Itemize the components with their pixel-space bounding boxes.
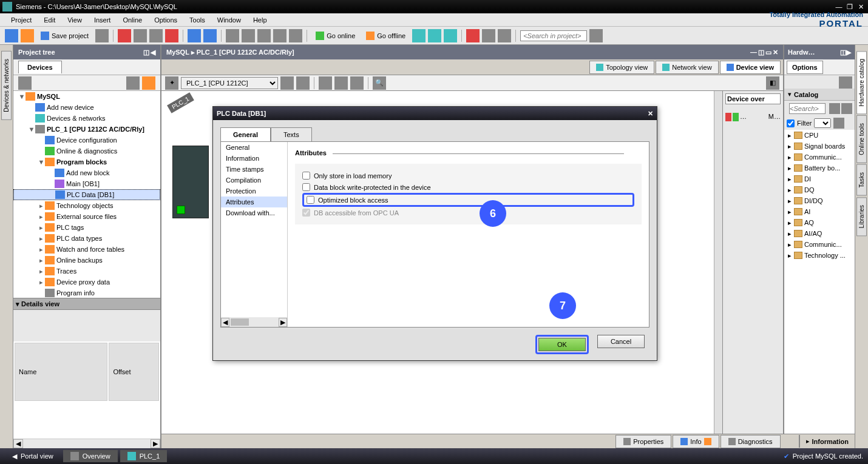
nav-item-protection[interactable]: Protection <box>221 186 287 197</box>
max-pane-icon[interactable]: ▭ <box>765 49 771 56</box>
tab-info[interactable]: Info <box>673 435 719 448</box>
cross-ref-icon[interactable] <box>466 29 480 42</box>
checkbox[interactable] <box>307 196 314 204</box>
hmi-sim-icon[interactable] <box>289 29 302 42</box>
undo-icon[interactable] <box>188 29 201 42</box>
min-pane-icon[interactable]: — <box>750 49 757 56</box>
devices-tab[interactable]: Devices <box>18 61 62 73</box>
tree-item[interactable]: ▸Online backups <box>13 255 160 266</box>
tab-topology-view[interactable]: Topology view <box>589 61 654 74</box>
tree-item[interactable]: ▼Program blocks <box>13 156 160 167</box>
tab-network-view[interactable]: Network view <box>656 61 718 74</box>
overview-button[interactable]: Overview <box>63 450 118 462</box>
tree-item[interactable]: Online & diagnostics <box>13 146 160 156</box>
catalog-section[interactable]: ▾ Catalog <box>784 89 855 101</box>
checkbox[interactable] <box>302 183 310 191</box>
checkbox-row[interactable]: Only store in load memory <box>302 170 634 181</box>
close-icon[interactable]: ✕ <box>648 110 653 118</box>
upload-icon[interactable] <box>257 29 271 42</box>
menu-tools[interactable]: Tools <box>183 15 211 25</box>
plc-graphic[interactable] <box>172 146 209 218</box>
split-h-icon[interactable] <box>482 29 495 42</box>
float-icon[interactable]: ◫ <box>840 49 846 56</box>
col-name[interactable]: Name <box>15 343 107 401</box>
plc1-button[interactable]: PLC_1 <box>120 450 168 462</box>
search-up-icon[interactable] <box>841 103 852 114</box>
close-icon[interactable]: ✕ <box>856 2 866 11</box>
start-cpu-icon[interactable] <box>428 29 441 42</box>
nav-item-time-stamps[interactable]: Time stamps <box>221 164 287 175</box>
close-pane-icon[interactable]: ✕ <box>773 49 778 56</box>
vtab-tasks[interactable]: Tasks <box>856 164 867 196</box>
options-tab[interactable]: Options <box>787 61 823 74</box>
nav-scroll-right-icon[interactable]: ▶ <box>279 318 287 327</box>
print-icon[interactable] <box>95 29 109 42</box>
tree-item[interactable]: Add new block <box>13 167 160 178</box>
catalog-btn-icon[interactable] <box>839 76 852 90</box>
zoom-icon[interactable]: 🔍 <box>373 76 386 90</box>
checkbox-row[interactable]: Optimized block access <box>302 193 634 207</box>
open-project-icon[interactable] <box>21 29 34 42</box>
profile-select[interactable] <box>814 118 831 128</box>
tree-item[interactable]: ▸External source files <box>13 211 160 222</box>
filter-checkbox[interactable] <box>787 119 795 127</box>
tree-item[interactable]: ▸PLC tags <box>13 222 160 233</box>
device-select[interactable]: PLC_1 [CPU 1212C] <box>181 77 278 89</box>
catalog-item[interactable]: ▸AI <box>784 206 855 217</box>
catalog-item[interactable]: ▸DI <box>784 173 855 184</box>
dev-btn-3-icon[interactable] <box>319 76 332 90</box>
tree-btn-1-icon[interactable] <box>18 76 32 90</box>
tree-item[interactable]: Add new device <box>13 102 160 113</box>
tree-item[interactable]: ▸Device proxy data <box>13 277 160 287</box>
catalog-search-input[interactable] <box>789 103 826 114</box>
filter-btn-icon[interactable] <box>833 118 844 129</box>
vtab-online-tools[interactable]: Online tools <box>856 115 867 163</box>
catalog-item[interactable]: ▸AQ <box>784 217 855 228</box>
menu-view[interactable]: View <box>61 15 88 25</box>
catalog-item[interactable]: ▸AI/AQ <box>784 228 855 239</box>
cancel-button[interactable]: Cancel <box>597 335 645 348</box>
vtab-libraries[interactable]: Libraries <box>856 197 867 236</box>
simulation-icon[interactable] <box>273 29 287 42</box>
tab-information[interactable]: ▸ Information <box>799 435 855 448</box>
catalog-item[interactable]: ▸CPU <box>784 130 855 141</box>
catalog-item[interactable]: ▸Signal boards <box>784 141 855 152</box>
toggle-pane-icon[interactable]: ◧ <box>766 76 779 90</box>
save-project-button[interactable]: Save project <box>36 30 93 42</box>
download-icon[interactable] <box>242 29 255 42</box>
menu-project[interactable]: Project <box>5 15 38 25</box>
minimize-icon[interactable]: — <box>834 2 844 11</box>
tree-item[interactable]: Devices & networks <box>13 113 160 124</box>
dev-btn-4-icon[interactable] <box>334 76 348 90</box>
scroll-left-icon[interactable]: ◀ <box>13 439 23 448</box>
go-online-button[interactable]: Go online <box>311 30 359 42</box>
float-pane-icon[interactable]: ◫ <box>758 49 764 56</box>
col-offset[interactable]: Offset <box>109 343 159 401</box>
tree-item[interactable]: ▼MySQL <box>13 91 160 102</box>
vtab-devices-networks[interactable]: Devices & networks <box>1 51 12 120</box>
nav-item-general[interactable]: General <box>221 142 287 153</box>
copy-icon[interactable] <box>134 29 147 42</box>
paste-icon[interactable] <box>149 29 163 42</box>
go-offline-button[interactable]: Go offline <box>362 30 410 42</box>
tab-texts[interactable]: Texts <box>271 127 312 142</box>
catalog-item[interactable]: ▸Battery bo... <box>784 163 855 173</box>
search-input[interactable] <box>520 30 587 41</box>
menu-options[interactable]: Options <box>148 15 183 25</box>
menu-help[interactable]: Help <box>247 15 273 25</box>
nav-item-information[interactable]: Information <box>221 153 287 164</box>
plc-port-icon[interactable] <box>177 206 185 214</box>
menu-window[interactable]: Window <box>211 15 247 25</box>
search-go-icon[interactable] <box>589 29 603 42</box>
nav-scroll-left-icon[interactable]: ◀ <box>221 318 229 327</box>
nav-item-download-with-[interactable]: Download with... <box>221 207 287 218</box>
tree-item[interactable]: ▸Watch and force tables <box>13 244 160 255</box>
menu-edit[interactable]: Edit <box>38 15 61 25</box>
tree-btn-3-icon[interactable] <box>142 76 155 90</box>
tree-item[interactable]: Program info <box>13 287 160 298</box>
dev-btn-5-icon[interactable] <box>350 76 364 90</box>
new-project-icon[interactable] <box>5 29 18 42</box>
vscrollbar[interactable] <box>714 91 722 435</box>
nav-item-attributes[interactable]: Attributes <box>221 197 287 207</box>
project-tree[interactable]: ▼MySQLAdd new deviceDevices & networks▼P… <box>13 91 160 298</box>
